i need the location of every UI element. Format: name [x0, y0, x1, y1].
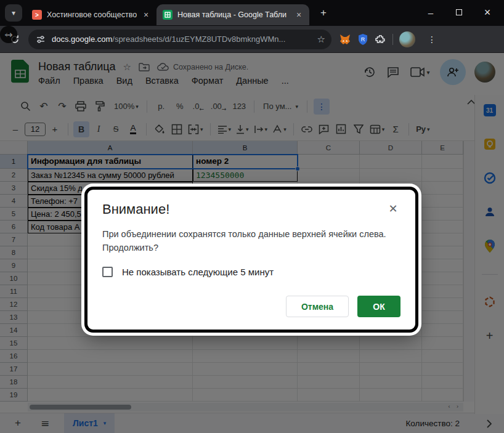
dont-show-checkbox[interactable]: [102, 267, 113, 277]
forward-icon[interactable]: →: [0, 26, 17, 43]
bookmark-star-icon[interactable]: ☆: [317, 34, 325, 45]
new-tab-button[interactable]: +: [315, 5, 331, 21]
extensions-row: R ⋮: [339, 31, 442, 47]
browser-window: ▾ > Хостинговое сообщество «Tim × Новая …: [0, 0, 504, 433]
close-window-button[interactable]: ×: [482, 7, 493, 18]
tab-search-button[interactable]: ▾: [5, 4, 22, 22]
tab-title: Хостинговое сообщество «Tim: [47, 10, 137, 19]
tab1-favicon-icon: >: [32, 10, 42, 20]
browser-profile-avatar[interactable]: [399, 31, 415, 47]
shield-extension-icon[interactable]: R: [357, 33, 368, 46]
browser-tab-1[interactable]: > Хостинговое сообщество «Tim ×: [26, 4, 156, 25]
site-info-icon[interactable]: [36, 34, 46, 44]
checkbox-label: Не показывать следующие 5 минут: [122, 267, 274, 277]
dialog-message: При объединении сохранятся только данные…: [102, 227, 403, 254]
fox-extension-icon[interactable]: [339, 33, 351, 46]
tab-close-icon[interactable]: ×: [140, 9, 152, 20]
sheets-page: Новая таблица ☆ Сохранено на Диске. Файл…: [0, 53, 504, 433]
tab-close-icon[interactable]: ×: [293, 9, 304, 20]
url-field[interactable]: docs.google.com/spreadsheets/d/1uzEYMZ8U…: [28, 30, 331, 49]
svg-text:R: R: [361, 36, 365, 42]
dialog-title: Внимание!: [102, 201, 169, 217]
browser-menu-icon[interactable]: ⋮: [421, 34, 442, 44]
dialog-checkbox-row: Не показывать следующие 5 минут: [102, 267, 400, 277]
window-controls: – ×: [414, 0, 504, 25]
maximize-button[interactable]: [453, 7, 465, 18]
tab2-favicon-sheets-icon: [163, 10, 173, 20]
extensions-puzzle-icon[interactable]: [375, 33, 386, 45]
ok-button[interactable]: ОК: [357, 296, 400, 317]
browser-tab-2[interactable]: Новая таблица - Google Табли ×: [156, 4, 309, 25]
divider: [392, 34, 393, 45]
dialog-close-icon[interactable]: ✕: [386, 201, 400, 216]
tab-title: Новая таблица - Google Табли: [177, 10, 290, 19]
minimize-button[interactable]: –: [425, 7, 436, 18]
url-path: /spreadsheets/d/1uzEYMZ8UTDv8bmkngWMn...: [112, 34, 313, 44]
cancel-button[interactable]: Отмена: [286, 296, 349, 317]
merge-warning-dialog: Внимание! ✕ При объединении сохранятся т…: [84, 187, 418, 333]
tab-strip: ▾ > Хостинговое сообщество «Tim × Новая …: [0, 0, 504, 26]
address-bar: ← → docs.google.com/spreadsheets/d/1uzEY…: [0, 26, 504, 53]
url-host: docs.google.com: [52, 34, 112, 44]
